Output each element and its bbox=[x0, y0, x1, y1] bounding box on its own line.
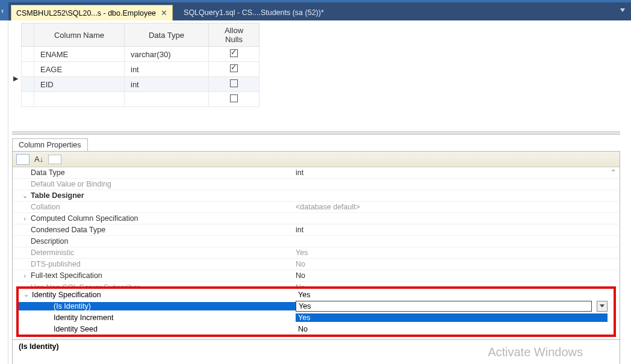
table-row[interactable]: ENAMEvarchar(30) bbox=[22, 47, 260, 62]
scroll-up-icon[interactable]: ⌃ bbox=[611, 168, 616, 176]
dropdown-button[interactable] bbox=[597, 301, 608, 312]
horizontal-splitter[interactable] bbox=[12, 131, 620, 135]
tab-employee-designer[interactable]: CSMBHUL252\SQL20...s - dbo.Employee ✕ bbox=[11, 5, 173, 20]
sort-az-button[interactable]: A↓ bbox=[34, 155, 43, 164]
expand-icon[interactable]: ⌄ bbox=[21, 192, 28, 200]
property-pages-button[interactable] bbox=[48, 155, 61, 164]
prop-row[interactable]: Description bbox=[13, 236, 620, 247]
identity-specification-highlight: ⌄ Identity Specification Yes (Is Identit… bbox=[16, 286, 616, 337]
prop-row[interactable]: Default Value or Binding bbox=[13, 179, 620, 190]
property-grid[interactable]: ⌃ Data Typeint Default Value or Binding … bbox=[13, 167, 620, 286]
prop-row-identity-spec[interactable]: ⌄ Identity Specification Yes bbox=[19, 289, 614, 300]
prop-row[interactable]: Data Typeint bbox=[13, 167, 620, 179]
col-header-name[interactable]: Column Name bbox=[34, 23, 125, 47]
expand-icon[interactable]: ⌄ bbox=[23, 291, 29, 298]
close-icon[interactable]: ✕ bbox=[161, 8, 167, 17]
is-identity-value[interactable]: Yes bbox=[296, 301, 592, 312]
prop-row[interactable]: ›Computed Column Specification bbox=[13, 213, 620, 224]
property-toolbar: A↓ bbox=[13, 152, 620, 167]
prop-row-is-identity[interactable]: (Is Identity) Yes bbox=[19, 300, 614, 312]
table-row[interactable]: EAGEint bbox=[22, 62, 260, 77]
col-header-type[interactable]: Data Type bbox=[125, 23, 209, 47]
prop-row[interactable]: Collation<database default> bbox=[13, 202, 620, 213]
prop-row-identity-increment[interactable]: Identity Increment Yes bbox=[19, 312, 614, 323]
prop-row[interactable]: ›Full-text SpecificationNo bbox=[13, 270, 620, 282]
allow-nulls-checkbox[interactable] bbox=[230, 64, 238, 72]
prop-row[interactable]: DeterministicYes bbox=[13, 247, 620, 259]
table-row[interactable]: EIDint bbox=[22, 77, 260, 92]
columns-grid: Column Name Data Type Allow Nulls ENAMEv… bbox=[21, 23, 260, 107]
row-pointer-icon: ▶ bbox=[13, 75, 18, 82]
prop-row[interactable]: Condensed Data Typeint bbox=[13, 224, 620, 236]
prop-section[interactable]: ⌄Table Designer bbox=[13, 190, 620, 202]
col-header-nulls[interactable]: Allow Nulls bbox=[209, 23, 260, 47]
document-tabs: CSMBHUL252\SQL20...s - dbo.Employee ✕ SQ… bbox=[8, 2, 631, 20]
allow-nulls-checkbox[interactable] bbox=[230, 49, 238, 57]
side-dock[interactable] bbox=[0, 20, 8, 364]
prop-row[interactable]: Has Non-SQL Server SubscriberNo bbox=[13, 282, 620, 286]
tab-dropdown-icon[interactable] bbox=[620, 8, 625, 12]
categorized-button[interactable] bbox=[16, 154, 30, 165]
prop-row-identity-seed[interactable]: Identity Seed No bbox=[19, 323, 614, 335]
prop-row[interactable]: DTS-publishedNo bbox=[13, 259, 620, 270]
allow-nulls-checkbox[interactable] bbox=[230, 94, 238, 102]
tab-label: SQLQuery1.sql - CS....Students (sa (52))… bbox=[184, 8, 324, 17]
tab-label: CSMBHUL252\SQL20...s - dbo.Employee bbox=[16, 9, 156, 17]
tab-sqlquery1[interactable]: SQLQuery1.sql - CS....Students (sa (52))… bbox=[179, 5, 329, 20]
table-row[interactable] bbox=[22, 92, 260, 107]
tab-column-properties[interactable]: Column Properties bbox=[12, 138, 88, 151]
expand-icon[interactable]: › bbox=[21, 215, 28, 222]
activate-windows-watermark: Activate Windows bbox=[488, 345, 583, 359]
left-arrow[interactable]: ‹ bbox=[1, 6, 4, 15]
allow-nulls-checkbox[interactable] bbox=[230, 79, 238, 87]
expand-icon[interactable]: › bbox=[21, 272, 28, 279]
